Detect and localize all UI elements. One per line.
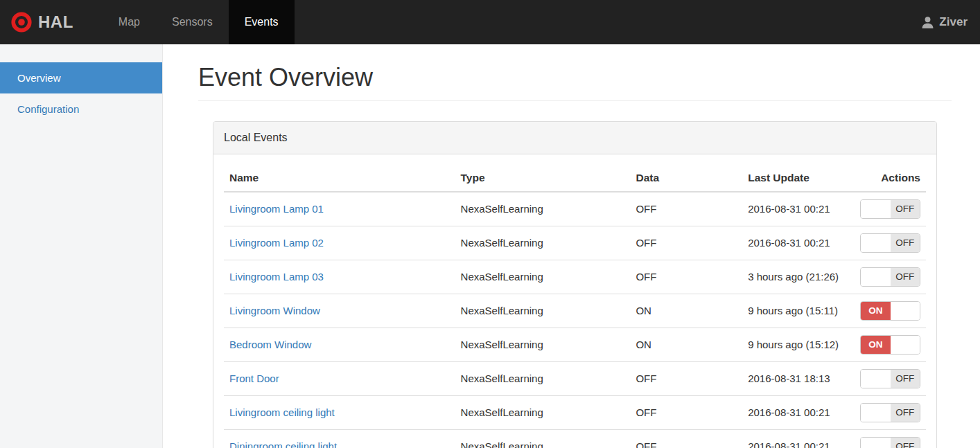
local-events-panel: Local Events Name Type Data Last Update … xyxy=(213,121,937,448)
event-name-link[interactable]: Livingroom ceiling light xyxy=(229,406,335,418)
event-data: OFF xyxy=(630,192,742,226)
toggle-off-side xyxy=(891,336,920,354)
event-last-update: 9 hours ago (15:12) xyxy=(742,328,855,362)
toggle-switch[interactable]: OFF xyxy=(860,199,920,219)
bullseye-icon xyxy=(11,12,32,33)
user-menu[interactable]: Ziver xyxy=(909,0,980,44)
event-type: NexaSelfLearning xyxy=(455,260,631,294)
column-header-name: Name xyxy=(224,165,455,192)
event-name-link[interactable]: Front Door xyxy=(229,373,279,384)
user-icon xyxy=(921,16,934,29)
events-table: Name Type Data Last Update Actions Livin… xyxy=(224,165,926,448)
event-data: OFF xyxy=(630,226,742,260)
event-type: NexaSelfLearning xyxy=(455,294,631,328)
navbar-menu: Map Sensors Events xyxy=(103,0,295,44)
toggle-switch[interactable]: OFF xyxy=(860,437,920,448)
sidebar-item-overview[interactable]: Overview xyxy=(0,62,162,93)
main-content: Event Overview Local Events Name Type Da… xyxy=(164,63,980,448)
event-data: ON xyxy=(630,294,742,328)
table-row: Livingroom Lamp 02 NexaSelfLearning OFF … xyxy=(224,226,926,260)
column-header-data: Data xyxy=(630,165,742,192)
table-row: Livingroom ceiling light NexaSelfLearnin… xyxy=(224,396,926,430)
event-type: NexaSelfLearning xyxy=(455,430,631,448)
event-data: OFF xyxy=(630,260,742,294)
table-row: Livingroom Lamp 01 NexaSelfLearning OFF … xyxy=(224,192,926,226)
event-type: NexaSelfLearning xyxy=(455,226,631,260)
sidebar-item-configuration[interactable]: Configuration xyxy=(0,93,162,125)
column-header-type: Type xyxy=(455,165,631,192)
event-last-update: 2016-08-31 00:21 xyxy=(742,192,855,226)
brand[interactable]: HAL xyxy=(0,0,83,44)
event-name-link[interactable]: Bedroom Window xyxy=(229,339,311,350)
toggle-on-side: ON xyxy=(861,336,891,354)
nav-item-map[interactable]: Map xyxy=(103,0,156,44)
event-last-update: 2016-08-31 18:13 xyxy=(742,362,855,396)
panel-wrapper: Local Events Name Type Data Last Update … xyxy=(198,101,952,448)
toggle-on-side: ON xyxy=(861,302,891,320)
event-type: NexaSelfLearning xyxy=(455,192,631,226)
table-row: Livingroom Window NexaSelfLearning ON 9 … xyxy=(224,294,926,328)
event-last-update: 9 hours ago (15:11) xyxy=(742,294,855,328)
event-type: NexaSelfLearning xyxy=(455,362,631,396)
toggle-off-side: OFF xyxy=(891,370,920,388)
toggle-switch[interactable]: ON xyxy=(860,335,920,355)
brand-label: HAL xyxy=(38,12,73,32)
event-data: OFF xyxy=(630,362,742,396)
sidebar: Overview Configuration xyxy=(0,44,163,448)
table-row: Diningroom ceiling light NexaSelfLearnin… xyxy=(224,430,926,448)
nav-item-events[interactable]: Events xyxy=(229,0,295,44)
sidebar-list: Overview Configuration xyxy=(0,62,162,125)
event-name-link[interactable]: Livingroom Lamp 01 xyxy=(229,203,324,215)
table-row: Bedroom Window NexaSelfLearning ON 9 hou… xyxy=(224,328,926,362)
event-last-update: 2016-08-31 00:21 xyxy=(742,396,855,430)
toggle-on-side xyxy=(861,234,891,252)
toggle-off-side: OFF xyxy=(891,438,920,448)
toggle-switch[interactable]: OFF xyxy=(860,233,920,253)
toggle-switch[interactable]: OFF xyxy=(860,267,920,287)
toggle-switch[interactable]: OFF xyxy=(860,369,920,388)
column-header-last-update: Last Update xyxy=(742,165,855,192)
toggle-on-side xyxy=(861,268,891,286)
event-type: NexaSelfLearning xyxy=(455,328,631,362)
toggle-on-side xyxy=(861,404,891,422)
panel-title: Local Events xyxy=(213,122,936,154)
toggle-off-side xyxy=(891,302,920,320)
event-data: ON xyxy=(630,328,742,362)
toggle-off-side: OFF xyxy=(891,404,920,422)
table-row: Livingroom Lamp 03 NexaSelfLearning OFF … xyxy=(224,260,926,294)
event-name-link[interactable]: Diningroom ceiling light xyxy=(229,440,337,448)
page-title: Event Overview xyxy=(198,63,952,101)
panel-body: Name Type Data Last Update Actions Livin… xyxy=(213,154,936,448)
toggle-switch[interactable]: OFF xyxy=(860,403,920,422)
event-last-update: 2016-08-31 00:21 xyxy=(742,226,855,260)
user-name: Ziver xyxy=(939,15,968,29)
table-row: Front Door NexaSelfLearning OFF 2016-08-… xyxy=(224,362,926,396)
toggle-on-side xyxy=(861,200,891,218)
nav-item-sensors[interactable]: Sensors xyxy=(156,0,229,44)
top-navbar: HAL Map Sensors Events Ziver xyxy=(0,0,980,44)
toggle-on-side xyxy=(861,370,891,388)
event-name-link[interactable]: Livingroom Lamp 02 xyxy=(229,237,324,249)
toggle-off-side: OFF xyxy=(891,234,920,252)
event-last-update: 3 hours ago (21:26) xyxy=(742,260,855,294)
toggle-switch[interactable]: ON xyxy=(860,301,920,321)
column-header-actions: Actions xyxy=(855,165,926,192)
table-header-row: Name Type Data Last Update Actions xyxy=(224,165,926,192)
event-type: NexaSelfLearning xyxy=(455,396,631,430)
event-data: OFF xyxy=(630,396,742,430)
event-name-link[interactable]: Livingroom Window xyxy=(229,305,320,316)
toggle-on-side xyxy=(861,438,891,448)
event-last-update: 2016-08-31 00:21 xyxy=(742,430,855,448)
toggle-off-side: OFF xyxy=(891,268,920,286)
toggle-off-side: OFF xyxy=(891,200,920,218)
event-name-link[interactable]: Livingroom Lamp 03 xyxy=(229,271,324,283)
event-data: OFF xyxy=(630,430,742,448)
